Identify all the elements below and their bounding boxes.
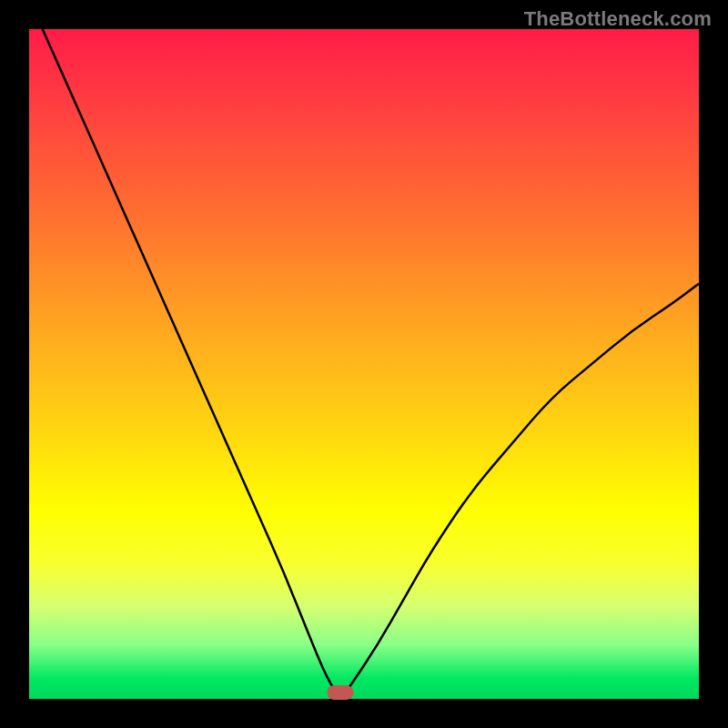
chart-curve-svg: [29, 29, 699, 699]
watermark-text: TheBottleneck.com: [524, 7, 712, 31]
optimal-point-marker: [328, 685, 354, 700]
chart-plot-area: [29, 29, 699, 699]
bottleneck-curve-line: [43, 29, 699, 695]
